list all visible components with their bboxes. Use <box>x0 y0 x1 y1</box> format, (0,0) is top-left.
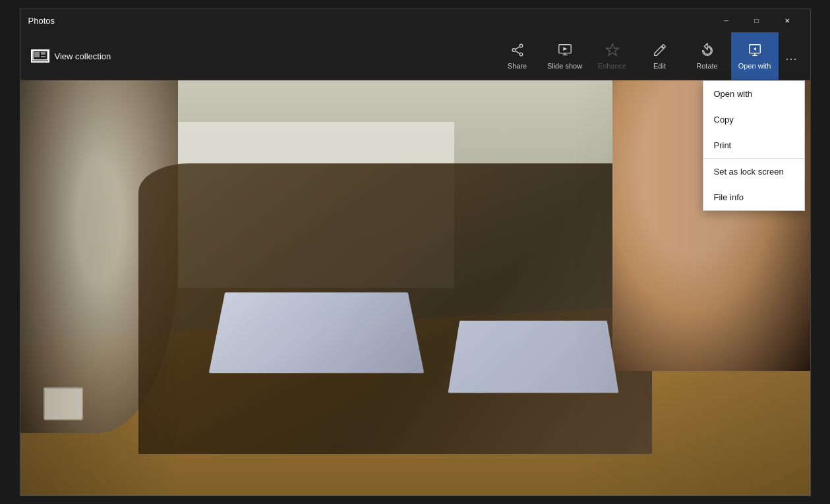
open-with-label: Open with <box>738 62 771 70</box>
rotate-button[interactable]: Rotate <box>684 32 731 80</box>
collection-svg <box>32 50 48 62</box>
menu-set-lock-screen[interactable]: Set as lock screen <box>703 159 804 184</box>
maximize-button[interactable]: □ <box>742 9 772 33</box>
edit-button[interactable]: Edit <box>636 32 684 80</box>
menu-print[interactable]: Print <box>703 132 804 158</box>
edit-label: Edit <box>653 62 666 70</box>
app-title: Photos <box>28 16 55 26</box>
photo-content <box>20 80 810 495</box>
svg-point-6 <box>519 53 523 56</box>
slideshow-icon <box>558 43 572 59</box>
svg-rect-3 <box>41 56 45 57</box>
menu-file-info[interactable]: File info <box>703 184 804 210</box>
context-menu: Open with Copy Print Set as lock screen … <box>703 80 805 211</box>
slideshow-label: Slide show <box>547 62 582 70</box>
edit-icon <box>653 43 667 59</box>
svg-rect-1 <box>34 52 40 57</box>
view-collection-button[interactable]: View collection <box>26 47 117 65</box>
main-window: Photos ─ □ ✕ View collection <box>20 9 811 496</box>
toolbar: View collection Share <box>20 33 810 80</box>
menu-copy[interactable]: Copy <box>703 107 804 132</box>
depth-gradient <box>20 80 810 495</box>
svg-marker-13 <box>606 43 618 55</box>
window-controls: ─ □ ✕ <box>711 9 802 33</box>
enhance-label: Enhance <box>598 62 626 70</box>
svg-point-5 <box>512 48 516 51</box>
enhance-button[interactable]: Enhance <box>589 32 636 80</box>
slideshow-button[interactable]: Slide show <box>541 32 589 80</box>
open-with-icon <box>748 43 762 59</box>
collection-icon <box>31 49 49 63</box>
svg-line-7 <box>515 46 519 49</box>
svg-rect-2 <box>41 52 45 55</box>
share-label: Share <box>508 62 527 70</box>
more-button[interactable]: ... <box>779 32 805 80</box>
rotate-label: Rotate <box>696 62 717 70</box>
titlebar: Photos ─ □ ✕ <box>20 9 810 33</box>
view-collection-label: View collection <box>55 51 111 61</box>
share-icon <box>510 43 525 59</box>
more-icon: ... <box>785 49 797 63</box>
svg-line-8 <box>515 51 519 53</box>
minimize-button[interactable]: ─ <box>711 9 742 33</box>
rotate-icon <box>700 43 715 59</box>
close-button[interactable]: ✕ <box>772 9 802 33</box>
open-with-button[interactable]: Open with <box>731 32 779 80</box>
share-button[interactable]: Share <box>494 32 541 80</box>
svg-point-4 <box>519 44 523 47</box>
image-display <box>20 80 810 495</box>
menu-open-with[interactable]: Open with <box>703 81 804 107</box>
svg-marker-10 <box>563 47 567 51</box>
enhance-icon <box>605 43 620 59</box>
toolbar-actions: Share Slide show <box>494 32 805 80</box>
